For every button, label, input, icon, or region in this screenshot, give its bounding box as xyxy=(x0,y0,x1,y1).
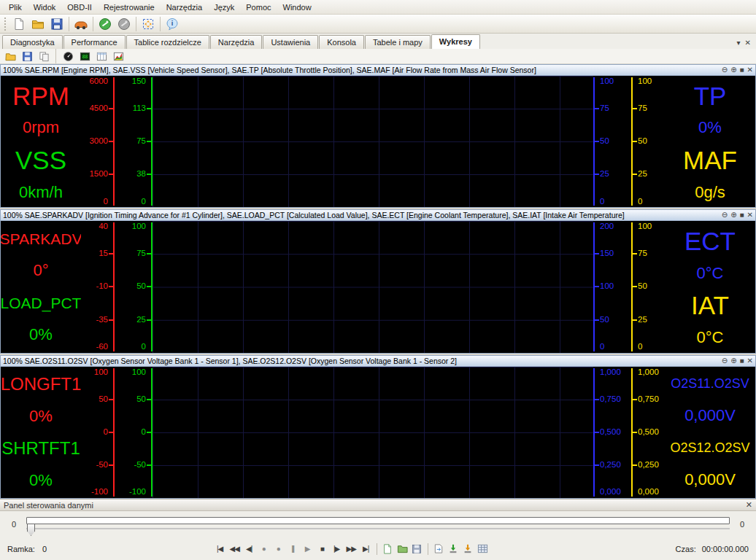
chart-right-params: O2S11.O2SV 0,000V O2S12.O2SV 0,000V xyxy=(665,367,755,498)
chart-zoom-out-button[interactable]: ⊖ xyxy=(722,211,728,219)
open-log-button[interactable] xyxy=(397,543,408,554)
export-icon xyxy=(433,543,444,554)
chart-zoom-in-button[interactable]: ⊕ xyxy=(730,211,736,219)
open-layout-button[interactable] xyxy=(3,50,18,63)
axis-tick-label: 0,500 xyxy=(600,428,621,437)
record-button[interactable]: ● xyxy=(258,545,269,553)
axis-tick-label: 75 xyxy=(600,104,609,113)
import-data-button[interactable] xyxy=(448,543,459,554)
stop-button[interactable]: ■ xyxy=(317,545,328,553)
y-axis-left-red: 60004500300015000 xyxy=(81,76,115,207)
chart-titlebar[interactable]: 100% SAE.RPM [Engine RPM], SAE.VSS [Vehi… xyxy=(1,65,755,76)
param-name: O2S11.O2SV xyxy=(671,377,749,390)
about-button[interactable]: i xyxy=(163,15,182,33)
chart-close-button[interactable]: ✕ xyxy=(747,211,753,219)
menu-rejestrowanie[interactable]: Rejestrowanie xyxy=(98,1,161,14)
fast-forward-button[interactable]: ▶▶ xyxy=(346,545,357,553)
axis-tick-mark xyxy=(633,108,637,109)
slider-channel[interactable] xyxy=(26,517,730,524)
tab-tabele-i-mapy[interactable]: Tabele i mapy xyxy=(365,35,431,49)
axis-tick-mark xyxy=(109,432,113,433)
tab-performance[interactable]: Performance xyxy=(63,35,126,49)
plot-area[interactable] xyxy=(153,221,593,352)
tab-close-button[interactable]: ✕ xyxy=(745,39,751,47)
chart-close-button[interactable]: ✕ xyxy=(747,357,753,365)
gauge-view-button[interactable] xyxy=(61,50,75,63)
chart-zoom-out-button[interactable]: ⊖ xyxy=(722,66,728,74)
axis-tick-mark xyxy=(633,399,637,400)
chart-zoom-in-button[interactable]: ⊕ xyxy=(730,357,736,365)
frame-slider[interactable] xyxy=(26,511,730,537)
export-playback-button[interactable] xyxy=(433,543,444,554)
frame-slider-row: 0 0 xyxy=(0,511,756,537)
axis-tick-label: 150 xyxy=(132,77,146,86)
axis-tick-mark xyxy=(147,141,151,142)
chart-minimize-button[interactable]: ■ xyxy=(740,66,744,74)
save-button[interactable] xyxy=(47,15,66,33)
toolbar-separator xyxy=(428,543,428,555)
new-document-button[interactable] xyxy=(9,15,28,33)
param-name: O2S12.O2SV xyxy=(670,441,749,454)
go-to-start-button[interactable]: |◀ xyxy=(215,545,225,553)
chart-titlebar[interactable]: 100% SAE.O2S11.O2SV [Oxygen Sensor Volta… xyxy=(1,356,755,367)
region-select-button[interactable] xyxy=(139,15,158,33)
slider-thumb[interactable] xyxy=(27,524,35,536)
save-layout-button[interactable] xyxy=(20,50,34,63)
toolbar-separator xyxy=(136,17,136,31)
copy-button[interactable] xyxy=(36,50,51,63)
axis-tick-label: 0,250 xyxy=(638,461,659,470)
axis-tick-label: 0,000 xyxy=(638,488,659,497)
chart-minimize-button[interactable]: ■ xyxy=(740,211,744,219)
tab-ustawienia[interactable]: Ustawienia xyxy=(263,35,318,49)
axis-tick-label: 0 xyxy=(638,198,642,206)
step-forward-button[interactable]: |▶ xyxy=(331,545,342,553)
disconnect-button[interactable] xyxy=(115,15,134,33)
go-to-end-button[interactable]: ▶| xyxy=(360,545,371,553)
step-back-button[interactable]: ◀| xyxy=(244,545,255,553)
chart-titlebar[interactable]: 100% SAE.SPARKADV [Ignition Timing Advan… xyxy=(1,210,755,221)
save-log-button[interactable] xyxy=(412,544,423,554)
chart-zoom-in-button[interactable]: ⊕ xyxy=(730,66,736,74)
svg-text:i: i xyxy=(171,20,174,27)
menu-narzedzia[interactable]: Narzędzia xyxy=(161,1,209,14)
dock-close-button[interactable]: ✕ xyxy=(746,500,752,510)
graph-view-button[interactable] xyxy=(111,50,126,63)
dock-header[interactable]: Panel sterowania danymi ✕ xyxy=(0,499,756,511)
pause-button[interactable]: || xyxy=(288,545,298,553)
table-view-button[interactable] xyxy=(94,50,109,63)
tab-wykresy[interactable]: Wykresy xyxy=(431,34,480,49)
connect-button[interactable] xyxy=(96,15,115,33)
menu-widok[interactable]: Widok xyxy=(28,1,62,14)
plot-area[interactable] xyxy=(153,76,593,207)
gauge-icon xyxy=(63,51,74,62)
axis-tick-label: 50 xyxy=(136,395,146,404)
import-log-button[interactable] xyxy=(463,543,474,554)
tab-menu-button[interactable]: ▾ xyxy=(737,39,741,47)
tab-tablice-rozdzielcze[interactable]: Tablice rozdzielcze xyxy=(126,35,209,49)
plot-area[interactable] xyxy=(153,367,593,498)
data-grid-button[interactable] xyxy=(477,543,488,554)
chart-zoom-out-button[interactable]: ⊖ xyxy=(722,357,728,365)
menu-obd2[interactable]: OBD-II xyxy=(61,1,98,14)
new-log-button[interactable] xyxy=(382,543,393,554)
menu-jezyk[interactable]: Język xyxy=(208,1,240,14)
mark-button[interactable]: ● xyxy=(273,545,284,553)
vehicle-button[interactable] xyxy=(72,15,90,33)
menu-plik[interactable]: Plik xyxy=(3,1,28,14)
menu-window[interactable]: Window xyxy=(277,1,317,14)
open-file-button[interactable] xyxy=(28,15,47,33)
axis-tick-mark xyxy=(109,253,113,254)
tab-konsola[interactable]: Konsola xyxy=(319,35,364,49)
menu-pomoc[interactable]: Pomoc xyxy=(240,1,277,14)
toolbar-grip[interactable] xyxy=(4,18,7,31)
play-button[interactable]: ▶ xyxy=(302,545,313,553)
axis-tick-mark xyxy=(595,464,599,466)
chart-close-button[interactable]: ✕ xyxy=(747,66,753,74)
slider-min-label: 0 xyxy=(6,520,22,529)
open-log-folder-icon xyxy=(397,543,408,554)
tab-diagnostyka[interactable]: Diagnostyka xyxy=(2,35,63,49)
led-display-button[interactable]: 88 xyxy=(77,50,92,63)
tab-narzedzia[interactable]: Narzędzia xyxy=(210,35,263,49)
rewind-button[interactable]: ◀◀ xyxy=(229,545,240,553)
chart-minimize-button[interactable]: ■ xyxy=(740,357,744,365)
